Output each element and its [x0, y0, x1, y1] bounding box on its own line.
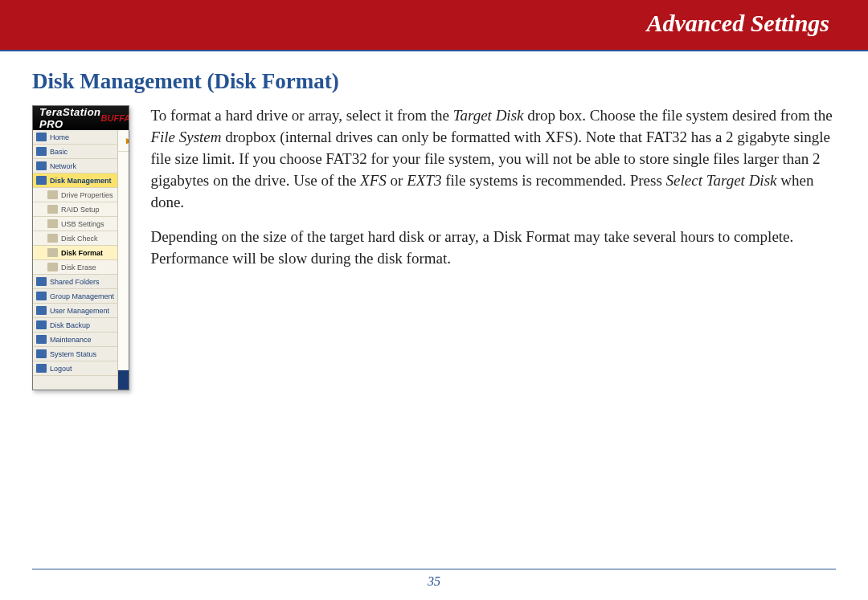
ts-topbar: TeraStation PRO BUFFALO [33, 106, 129, 130]
sidebar-item[interactable]: Maintenance [33, 333, 117, 347]
page-number: 35 [0, 574, 868, 589]
screenshot-footer: Copyright 2003-2006 (C) BUFFALO INC. All… [118, 370, 129, 390]
sidebar-subitem[interactable]: RAID Setup [33, 202, 117, 217]
nav-item-label: User Management [50, 307, 109, 315]
nav-item-icon [36, 364, 47, 373]
nav-item-label: Disk Backup [50, 321, 90, 329]
nav-item-icon [36, 349, 47, 358]
nav-item-icon [47, 205, 58, 214]
chevron-right-icon: ▶ [126, 137, 129, 145]
footer-rule [32, 569, 836, 570]
nav-item-label: Home [50, 133, 69, 141]
nav-item-label: Drive Properties [61, 191, 113, 199]
brand-name: BUFFALO [101, 113, 130, 123]
product-name: TeraStation PRO [39, 106, 101, 130]
sidebar-subitem[interactable]: Drive Properties [33, 188, 117, 202]
nav-item-icon [36, 306, 47, 315]
nav-item-icon [36, 292, 47, 300]
sidebar-item[interactable]: Shared Folders [33, 275, 117, 289]
sidebar-item[interactable]: Network [33, 159, 117, 173]
nav-item-label: System Status [50, 350, 96, 358]
nav-item-label: Shared Folders [50, 278, 100, 286]
nav-item-label: USB Settings [61, 220, 104, 228]
header-accent [0, 50, 868, 51]
sidebar-subitem[interactable]: Disk Check [33, 231, 117, 246]
nav-item-icon [36, 161, 47, 170]
nav-item-label: Maintenance [50, 336, 92, 344]
nav-item-icon [47, 263, 58, 271]
sidebar-item[interactable]: Group Management [33, 289, 117, 304]
nav-item-icon [47, 248, 58, 257]
sidebar-subitem[interactable]: Disk Erase [33, 260, 117, 275]
nav-item-label: Group Management [50, 292, 114, 300]
sidebar-item[interactable]: Disk Management [33, 173, 117, 188]
nav-item-icon [47, 219, 58, 228]
nav-item-icon [36, 176, 47, 185]
nav-item-label: Network [50, 162, 76, 170]
sidebar-subitem[interactable]: USB Settings [33, 217, 117, 231]
header-title: Advanced Settings [646, 10, 829, 36]
nav-item-icon [36, 320, 47, 329]
nav-item-icon [36, 147, 47, 156]
nav-item-icon [36, 335, 47, 344]
sidebar-item[interactable]: Home [33, 130, 117, 145]
nav-item-label: RAID Setup [61, 206, 100, 214]
nav-item-label: Logout [50, 365, 72, 373]
header-bar: Advanced Settings [0, 0, 868, 50]
nav-item-label: Disk Format [61, 249, 103, 257]
nav-item-label: Disk Check [61, 235, 98, 243]
sidebar-subitem[interactable]: Disk Format [33, 246, 117, 260]
nav-item-label: Basic [50, 148, 68, 156]
section-title: Disk Management (Disk Format) [32, 69, 836, 94]
sidebar-item[interactable]: Basic [33, 145, 117, 159]
sidebar-item[interactable]: Disk Backup [33, 318, 117, 333]
nav-item-icon [47, 190, 58, 199]
body-text: To format a hard drive or array, select … [150, 105, 836, 390]
nav-item-icon [47, 234, 58, 243]
sidebar-item[interactable]: User Management [33, 304, 117, 318]
nav-item-label: Disk Erase [61, 263, 96, 271]
sidebar-item[interactable]: Logout [33, 361, 117, 376]
nav-item-icon [36, 133, 47, 141]
sidebar-nav: HomeBasicNetworkDisk ManagementDrive Pro… [33, 130, 118, 390]
sidebar-item[interactable]: System Status [33, 347, 117, 361]
nav-item-label: Disk Management [50, 177, 112, 185]
main-header: ▶Disk Management HELP [118, 130, 129, 152]
embedded-screenshot: TeraStation PRO BUFFALO HomeBasicNetwork… [32, 105, 129, 390]
nav-item-icon [36, 277, 47, 286]
